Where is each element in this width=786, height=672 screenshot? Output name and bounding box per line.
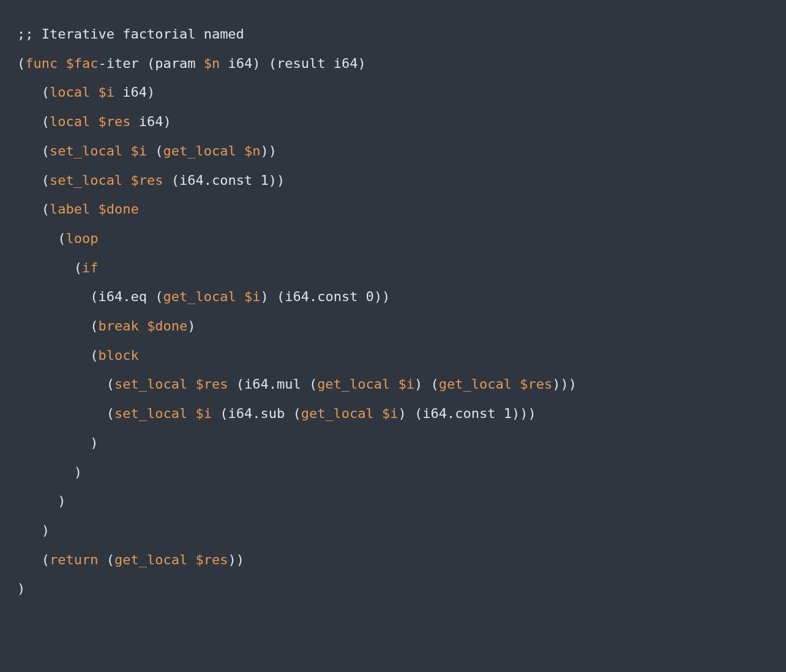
var-n: $n	[204, 56, 220, 71]
code-comment: ;; Iterative factorial named	[17, 26, 244, 42]
kw-return: return	[50, 552, 98, 567]
var-i: $i	[98, 84, 114, 100]
kw-if: if	[82, 260, 99, 275]
kw-set-local: set_local	[50, 143, 122, 159]
kw-block: block	[98, 348, 138, 363]
kw-local: local	[50, 84, 90, 100]
kw-label: label	[50, 201, 90, 217]
kw-get-local: get_local	[163, 143, 236, 159]
var-done: $done	[98, 201, 138, 217]
var-res: $res	[98, 114, 130, 129]
kw-break: break	[98, 318, 138, 334]
var-fac: $fac	[66, 56, 98, 71]
kw-loop: loop	[66, 231, 98, 246]
code-block: ;; Iterative factorial named (func $fac-…	[0, 0, 786, 623]
kw-func: func	[25, 56, 58, 71]
